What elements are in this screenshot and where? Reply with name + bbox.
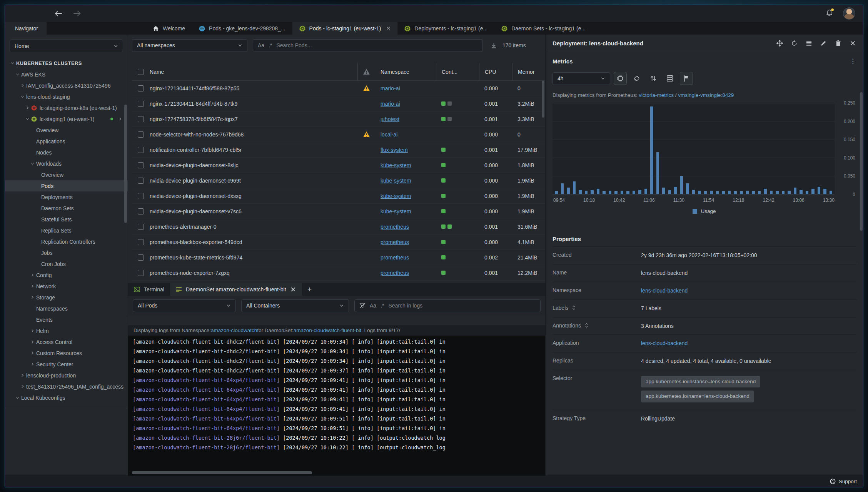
match-case-icon[interactable]: Aa	[370, 303, 376, 309]
tab-daemon-sets-lc-staging1-e[interactable]: Daemon Sets - lc-staging1 (e...	[494, 22, 593, 35]
sidebar-item-lens-cloud-staging[interactable]: lens-cloud-staging	[5, 91, 128, 102]
sidebar-item-cron-jobs[interactable]: Cron Jobs	[5, 258, 128, 269]
sidebar-item-network[interactable]: Network	[5, 281, 128, 292]
table-row-prometheus-alertmanager-0[interactable]: prometheus-alertmanager-0prometheus0.001…	[132, 219, 545, 234]
column-name[interactable]: Name	[150, 63, 357, 80]
edit-icon[interactable]	[820, 40, 827, 47]
table-row-nginx-1724758378-5fb6f5847c-tqpx7[interactable]: nginx-1724758378-5fb6f5847c-tqpx7juhotes…	[132, 111, 545, 127]
table-row-prometheus-node-exporter-7zgxq[interactable]: prometheus-node-exporter-7zgxqprometheus…	[132, 265, 545, 281]
tab-welcome[interactable]: Welcome	[146, 22, 192, 35]
table-row-notification-controller-7bfbfd6479-c[interactable]: notification-controller-7bfbfd6479-cbl5r…	[132, 142, 545, 158]
sidebar-item-jobs[interactable]: Jobs	[5, 247, 128, 258]
row-checkbox[interactable]	[138, 178, 144, 184]
pods-search[interactable]: Aa .*	[253, 39, 483, 52]
warning-column-icon[interactable]	[363, 68, 370, 75]
sidebar-item-replication-controllers[interactable]: Replication Controllers	[5, 236, 128, 247]
column-cpu[interactable]: CPU	[479, 63, 512, 80]
sidebar-item-aws-eks[interactable]: AWS EKS	[5, 69, 128, 80]
filter-off-icon[interactable]	[359, 303, 366, 309]
namespace-link[interactable]: mario-ai	[381, 101, 400, 107]
table-row-prometheus-blackbox-exporter-549dcd[interactable]: prometheus-blackbox-exporter-549dcdprome…	[132, 234, 545, 250]
log-daemonset-link[interactable]: amazon-cloudwatch-fluent-bit	[294, 327, 361, 333]
namespace-link[interactable]: local-ai	[381, 131, 397, 138]
context-select[interactable]: Home	[10, 40, 123, 52]
sidebar-item-replica-sets[interactable]: Replica Sets	[5, 225, 128, 236]
namespace-link[interactable]: prometheus	[381, 270, 409, 276]
memory-metric-button[interactable]	[630, 72, 643, 85]
table-row-nvidia-device-plugin-daemonset-c969t[interactable]: nvidia-device-plugin-daemonset-c969tkube…	[132, 173, 545, 188]
back-arrow-icon[interactable]	[54, 10, 63, 17]
regex-icon[interactable]: .*	[269, 42, 272, 48]
tab-pods-gke-lens-dev-298208[interactable]: Pods - gke_lens-dev-298208_...	[192, 22, 292, 35]
row-checkbox[interactable]	[138, 147, 144, 153]
namespace-link[interactable]: prometheus	[381, 239, 409, 245]
table-row-node-selector-with-no-nodes-767b9d68[interactable]: node-selector-with-no-nodes-767b9d68loca…	[132, 127, 545, 142]
namespace-select[interactable]: All namespaces	[132, 39, 247, 52]
prometheus-service-link[interactable]: victoria-metrics	[639, 92, 674, 98]
column-containers[interactable]: Cont...	[436, 63, 479, 80]
details-scrollbar[interactable]	[860, 92, 863, 231]
row-checkbox[interactable]	[138, 239, 144, 245]
menu-icon[interactable]	[806, 40, 812, 47]
container-filter-select[interactable]: All Containers	[241, 299, 349, 312]
close-icon[interactable]	[386, 26, 391, 30]
row-checkbox[interactable]	[138, 101, 144, 107]
dock-tab-daemonset-amazon-cloudwatch-fluent-b[interactable]: DaemonSet amazon-cloudwatch-fluent-bit	[170, 283, 302, 296]
logs-search[interactable]: Aa .*	[354, 299, 541, 312]
sidebar-item-test-841310725496-iam-config-access[interactable]: test_841310725496_IAM_config_access	[5, 381, 128, 392]
sidebar-item-lenscloud-production[interactable]: lenscloud-production	[5, 370, 128, 381]
table-row-nginx-1721304411-74df86f588-87p55[interactable]: nginx-1721304411-74df86f588-87p55mario-a…	[132, 81, 545, 96]
sidebar-item-helm[interactable]: Helm	[5, 325, 128, 336]
tab-navigator[interactable]: Navigator	[5, 22, 47, 35]
row-checkbox[interactable]	[138, 162, 144, 168]
notifications-button[interactable]	[826, 9, 833, 18]
row-checkbox[interactable]	[138, 85, 144, 91]
sidebar-item-events[interactable]: Events	[5, 314, 128, 325]
sort-icon[interactable]	[572, 305, 576, 311]
select-all-checkbox[interactable]	[138, 69, 144, 75]
regex-icon[interactable]: .*	[381, 303, 384, 309]
move-icon[interactable]	[776, 40, 783, 47]
pods-search-input[interactable]	[276, 42, 478, 48]
sort-icon[interactable]	[584, 322, 589, 328]
trash-icon[interactable]	[835, 40, 841, 47]
namespace-link[interactable]: mario-ai	[381, 85, 400, 91]
table-row-nvidia-device-plugin-daemonset-v7sc6[interactable]: nvidia-device-plugin-daemonset-v7sc6kube…	[132, 204, 545, 219]
pod-filter-select[interactable]: All Pods	[133, 299, 236, 312]
sidebar-item-nodes[interactable]: Nodes	[5, 147, 128, 158]
property-value-link[interactable]: lens-cloud-backend	[641, 340, 688, 346]
row-checkbox[interactable]	[138, 208, 144, 214]
sidebar-item-local-kubeconfigs[interactable]: Local Kubeconfigs	[5, 392, 128, 403]
cpu-metric-button[interactable]	[614, 72, 627, 85]
row-checkbox[interactable]	[138, 131, 144, 138]
tab-pods-lc-staging1-eu-west-1[interactable]: Pods - lc-staging1 (eu-west-1)	[292, 22, 398, 35]
dock-tab-terminal[interactable]: Terminal	[128, 283, 170, 296]
table-row-nvidia-device-plugin-daemonset-8sljc[interactable]: nvidia-device-plugin-daemonset-8sljckube…	[132, 158, 545, 173]
sidebar-item-kubernetes-clusters[interactable]: KUBERNETES CLUSTERS	[5, 58, 128, 69]
row-checkbox[interactable]	[138, 270, 144, 276]
log-namespace-link[interactable]: amazon-cloudwatch	[211, 327, 257, 333]
close-icon[interactable]	[850, 40, 856, 47]
sidebar-item-namespaces[interactable]: Namespaces	[5, 303, 128, 314]
sidebar-item-stateful-sets[interactable]: Stateful Sets	[5, 214, 128, 225]
sidebar-scrollbar[interactable]	[124, 105, 127, 223]
namespace-link[interactable]: flux-system	[381, 147, 408, 153]
sidebar-item-pods[interactable]: Pods	[5, 180, 128, 191]
column-memory[interactable]: Memor	[512, 63, 545, 80]
namespace-link[interactable]: kube-system	[381, 178, 411, 184]
namespace-link[interactable]: prometheus	[381, 254, 409, 261]
sidebar-item-workloads[interactable]: Workloads	[5, 158, 128, 169]
sidebar-item-lc-staging-demo-k8s-eu-west-1[interactable]: lc-staging-demo-k8s (eu-west-1)	[5, 102, 128, 113]
sidebar-item-security-center[interactable]: Security Center	[5, 359, 128, 370]
row-checkbox[interactable]	[138, 193, 144, 199]
namespace-link[interactable]: prometheus	[381, 224, 409, 230]
sidebar-item-config[interactable]: Config	[5, 269, 128, 281]
namespace-link[interactable]: kube-system	[381, 208, 411, 214]
kebab-menu-icon[interactable]: ⋮	[850, 57, 856, 65]
sidebar-item-daemon-sets[interactable]: Daemon Sets	[5, 203, 128, 214]
column-namespace[interactable]: Namespace	[375, 63, 436, 80]
property-value-link[interactable]: lens-cloud-backend	[641, 288, 688, 294]
log-hscroll-thumb[interactable]	[132, 471, 312, 474]
sidebar-item-storage[interactable]: Storage	[5, 292, 128, 303]
sidebar-item-custom-resources[interactable]: Custom Resources	[5, 347, 128, 359]
